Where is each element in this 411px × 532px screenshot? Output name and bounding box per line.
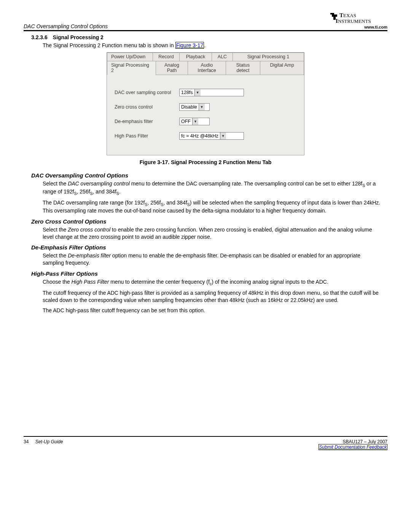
svg-text:EXAS: EXAS xyxy=(343,13,356,18)
heading-zero-cross: Zero Cross Control Options xyxy=(31,218,387,225)
highpass-select[interactable]: fc = 4Hz @48kHz ▼ xyxy=(179,132,244,140)
footer-title: Set-Up Guide xyxy=(35,439,63,444)
section-title: Signal Processing 2 xyxy=(53,34,104,40)
deemphasis-label: De-emphasis filter xyxy=(115,119,179,124)
tab-analog-path[interactable]: Analog Path xyxy=(156,61,188,75)
tab-row-1: Power Up/Down Record Playback ALC Signal… xyxy=(107,53,304,61)
submit-feedback-link[interactable]: Submit Documentation Feedback xyxy=(319,444,387,450)
page-number: 34 xyxy=(24,439,29,444)
tab-status-detect[interactable]: Status detect xyxy=(226,61,260,75)
paragraph: The cutoff frequency of the ADC high-pas… xyxy=(43,289,383,304)
running-head: DAC Oversampling Control Options xyxy=(24,23,108,29)
chevron-down-icon: ▼ xyxy=(192,118,198,125)
page-footer: 34 Set-Up Guide SBAU127 – July 2007 Subm… xyxy=(24,436,387,450)
tab-power-up-down[interactable]: Power Up/Down xyxy=(107,53,153,61)
highpass-label: High Pass Filter xyxy=(115,133,179,139)
dac-oversampling-select[interactable]: 128fs ▼ xyxy=(179,89,244,96)
tab-audio-interface[interactable]: Audio Interface xyxy=(188,61,226,75)
tab-signal-processing-2[interactable]: Signal Processing 2 xyxy=(107,61,156,75)
svg-text:NSTRUMENTS: NSTRUMENTS xyxy=(338,18,371,24)
figure-caption: Figure 3-17. Signal Processing 2 Functio… xyxy=(24,159,387,165)
paragraph: Choose the High Pass Filter menu to dete… xyxy=(43,278,383,286)
chevron-down-icon: ▼ xyxy=(220,133,226,139)
dac-oversampling-label: DAC over sampling control xyxy=(115,90,179,95)
tab-signal-processing-1[interactable]: Signal Processing 1 xyxy=(233,53,304,61)
tab-panel: DAC over sampling control 128fs ▼ Zero c… xyxy=(107,75,304,155)
tab-playback[interactable]: Playback xyxy=(179,53,212,61)
chevron-down-icon: ▼ xyxy=(199,104,205,110)
svg-text:T: T xyxy=(339,12,343,18)
zero-cross-label: Zero cross control xyxy=(115,104,179,110)
figure-link[interactable]: Figure 3-17 xyxy=(175,42,204,49)
ti-logo-icon: T EXAS I NSTRUMENTS xyxy=(327,11,387,26)
paragraph: Select the Zero cross control to enable … xyxy=(43,226,383,241)
paragraph: The DAC oversampling rate range (for 192… xyxy=(43,199,383,214)
paragraph: Select the DAC oversampling control menu… xyxy=(43,180,383,196)
tab-alc[interactable]: ALC xyxy=(212,53,233,61)
ui-screenshot: Power Up/Down Record Playback ALC Signal… xyxy=(107,52,304,155)
intro-paragraph: The Signal Processing 2 Function menu ta… xyxy=(43,42,383,49)
section-number: 3.2.3.6 xyxy=(31,34,48,40)
heading-dac-oversampling: DAC Oversampling Control Options xyxy=(31,172,387,179)
tab-record[interactable]: Record xyxy=(153,53,179,61)
zero-cross-select[interactable]: Disable ▼ xyxy=(179,103,210,111)
heading-highpass: High-Pass Filter Options xyxy=(31,270,387,277)
heading-deemphasis: De-Emphasis Filter Options xyxy=(31,244,387,251)
brand-block: T EXAS I NSTRUMENTS www.ti.com xyxy=(327,11,387,29)
tab-row-2: Signal Processing 2 Analog Path Audio In… xyxy=(107,61,304,75)
doc-id: SBAU127 – July 2007 xyxy=(319,439,387,444)
page-header: DAC Oversampling Control Options T EXAS … xyxy=(24,11,387,31)
deemphasis-select[interactable]: OFF ▼ xyxy=(179,118,210,125)
paragraph: The ADC high-pass filter cutoff frequenc… xyxy=(43,307,383,314)
paragraph: Select the De-emphasis filter option men… xyxy=(43,252,383,267)
section-heading: 3.2.3.6Signal Processing 2 xyxy=(31,34,387,40)
chevron-down-icon: ▼ xyxy=(194,89,201,96)
tab-digital-amp[interactable]: Digital Amp xyxy=(260,61,304,75)
